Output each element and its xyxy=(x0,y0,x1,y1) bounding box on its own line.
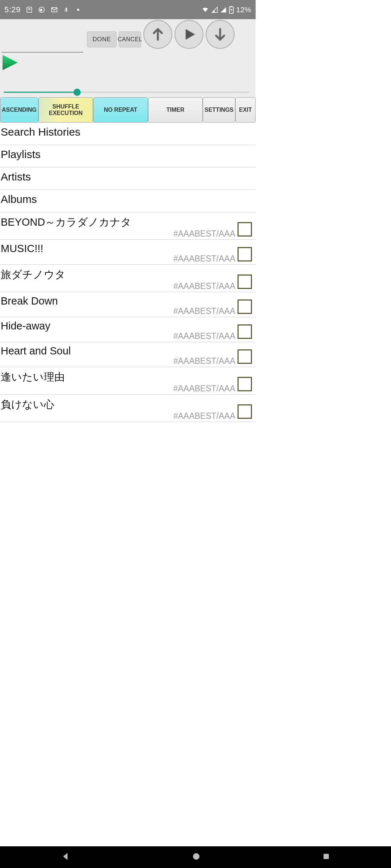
track-title: Break Down xyxy=(1,295,58,307)
search-input[interactable] xyxy=(1,38,83,52)
track-item[interactable]: 逢いたい理由#AAABEST/AAA xyxy=(0,367,256,395)
track-title: BEYOND～カラダノカナタ xyxy=(1,215,131,230)
section-item[interactable]: Search Histories xyxy=(0,123,256,145)
track-text: 負けない心#AAABEST/AAA xyxy=(1,397,235,421)
track-title: 旅ダチノウタ xyxy=(1,268,66,282)
shuffle-button[interactable]: SHUFFLE EXECUTION xyxy=(38,97,93,123)
track-title: Hide-away xyxy=(1,320,50,332)
track-title: 逢いたい理由 xyxy=(1,370,65,384)
signal-icon-1 xyxy=(211,7,218,13)
wifi-icon xyxy=(201,7,209,13)
track-item[interactable]: 旅ダチノウタ#AAABEST/AAA xyxy=(0,265,256,292)
top-controls: DONE CANCEL ASCENDING S xyxy=(0,19,256,123)
content-list: Search HistoriesPlaylistsArtistsAlbums B… xyxy=(0,123,256,422)
battery-icon xyxy=(229,6,234,14)
status-right: 12% xyxy=(201,5,251,14)
track-title: 負けない心 xyxy=(1,397,54,412)
track-checkbox[interactable] xyxy=(237,247,252,261)
section-item[interactable]: Playlists xyxy=(0,145,256,167)
up-button[interactable] xyxy=(143,20,172,49)
done-button[interactable]: DONE xyxy=(87,31,117,47)
track-meta: #AAABEST/AAA xyxy=(173,254,235,264)
down-button[interactable] xyxy=(206,20,235,49)
track-item[interactable]: MUSIC!!!#AAABEST/AAA xyxy=(0,240,256,265)
status-dot-icon xyxy=(77,9,79,11)
track-text: MUSIC!!!#AAABEST/AAA xyxy=(1,243,235,264)
mic-icon xyxy=(63,6,69,13)
track-text: 旅ダチノウタ#AAABEST/AAA xyxy=(1,268,235,291)
track-meta: #AAABEST/AAA xyxy=(173,331,235,341)
gmail-icon xyxy=(50,6,58,13)
battery-text: 12% xyxy=(236,5,251,14)
track-checkbox[interactable] xyxy=(237,377,252,391)
track-text: Break Down#AAABEST/AAA xyxy=(1,295,235,316)
signal-icon-2 xyxy=(220,7,227,13)
play-green-icon xyxy=(0,52,20,73)
track-item[interactable]: Heart and Soul#AAABEST/AAA xyxy=(0,342,256,367)
track-text: Hide-away#AAABEST/AAA xyxy=(1,320,235,341)
svg-rect-3 xyxy=(66,8,67,10)
section-item[interactable]: Albums xyxy=(0,190,256,212)
track-title: MUSIC!!! xyxy=(1,243,43,255)
section-item[interactable]: Artists xyxy=(0,167,256,190)
track-meta: #AAABEST/AAA xyxy=(173,281,235,291)
slider-thumb[interactable] xyxy=(73,89,81,96)
track-meta: #AAABEST/AAA xyxy=(173,356,235,366)
mode-buttons: ASCENDING SHUFFLE EXECUTION NO REPEAT TI… xyxy=(0,97,256,123)
arrow-up-icon xyxy=(150,26,166,42)
track-checkbox[interactable] xyxy=(237,222,252,237)
track-checkbox[interactable] xyxy=(237,349,252,364)
status-bar: 5:29 12% xyxy=(0,0,256,19)
track-meta: #AAABEST/AAA xyxy=(173,229,235,239)
status-left: 5:29 xyxy=(4,5,79,14)
track-checkbox[interactable] xyxy=(237,299,252,314)
app-icon-2 xyxy=(38,6,45,13)
no-repeat-button[interactable]: NO REPEAT xyxy=(93,97,148,123)
track-meta: #AAABEST/AAA xyxy=(173,306,235,316)
exit-button[interactable]: EXIT xyxy=(235,97,256,123)
play-button[interactable] xyxy=(0,52,20,74)
play-area xyxy=(0,52,256,85)
ascending-button[interactable]: ASCENDING xyxy=(0,97,38,123)
track-meta: #AAABEST/AAA xyxy=(173,411,235,421)
svg-rect-5 xyxy=(230,6,232,7)
settings-button[interactable]: SETTINGS xyxy=(203,97,235,123)
top-row: DONE CANCEL xyxy=(0,19,256,52)
play-icon xyxy=(181,26,197,42)
track-item[interactable]: Break Down#AAABEST/AAA xyxy=(0,292,256,317)
track-text: Heart and Soul#AAABEST/AAA xyxy=(1,345,235,366)
track-checkbox[interactable] xyxy=(237,324,252,339)
app-icon-1 xyxy=(26,6,33,13)
track-meta: #AAABEST/AAA xyxy=(173,384,235,393)
track-title: Heart and Soul xyxy=(1,345,71,357)
status-time: 5:29 xyxy=(4,5,21,14)
track-text: BEYOND～カラダノカナタ#AAABEST/AAA xyxy=(1,215,235,239)
slider-fill xyxy=(4,92,77,93)
track-item[interactable]: 負けない心#AAABEST/AAA xyxy=(0,395,256,422)
progress-slider[interactable] xyxy=(4,88,249,97)
arrow-down-icon xyxy=(212,26,228,42)
play-circle-button[interactable] xyxy=(175,20,203,49)
track-text: 逢いたい理由#AAABEST/AAA xyxy=(1,370,235,393)
track-checkbox[interactable] xyxy=(237,275,252,289)
track-item[interactable]: BEYOND～カラダノカナタ#AAABEST/AAA xyxy=(0,212,256,240)
track-checkbox[interactable] xyxy=(237,404,252,419)
timer-button[interactable]: TIMER xyxy=(148,97,203,123)
track-item[interactable]: Hide-away#AAABEST/AAA xyxy=(0,317,256,342)
progress-slider-wrap xyxy=(0,85,256,97)
svg-point-2 xyxy=(40,9,42,11)
cancel-button[interactable]: CANCEL xyxy=(119,31,141,47)
